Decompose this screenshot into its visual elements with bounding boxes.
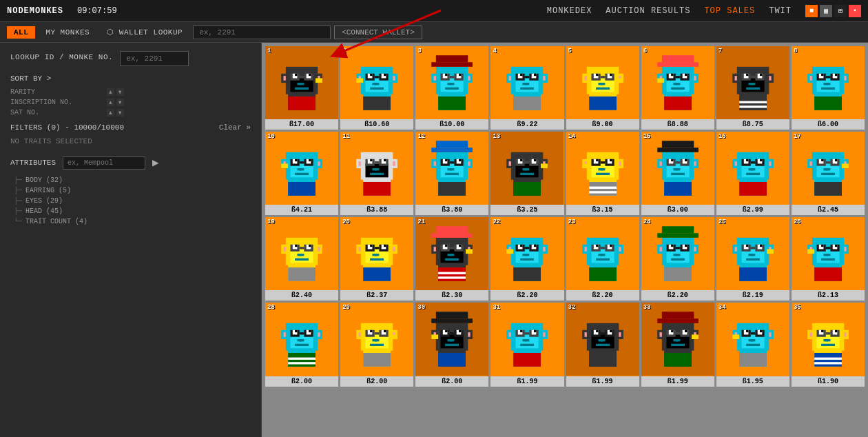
svg-rect-460 [750,247,755,249]
grid-item[interactable]: 8 ß6.00 [792,46,865,130]
attr-eyes[interactable]: EYES (29) [14,196,251,206]
sort-sat-label: SAT NO. [10,109,107,116]
svg-rect-94 [600,76,605,78]
svg-rect-199 [370,173,384,175]
nav-monkedex[interactable]: MONKEDEX [547,6,592,16]
grid-item[interactable]: 31 ß1.99 [490,303,564,386]
svg-rect-135 [760,74,762,76]
grid-item[interactable]: 7 [716,46,789,130]
attr-body[interactable]: BODY (32) [14,175,251,185]
attr-trait-count[interactable]: TRAIT COUNT (4) [14,216,251,227]
svg-rect-544 [445,344,459,346]
nav-top-sales[interactable]: TOP SALES [704,6,755,16]
svg-rect-85 [584,76,586,81]
svg-rect-97 [596,88,610,90]
grid-item[interactable]: 10 ß4.21 [265,132,338,215]
grid-item[interactable]: 3 [415,46,488,130]
svg-rect-635 [844,332,846,337]
svg-rect-622 [760,330,762,332]
svg-rect-506 [288,363,316,365]
grid-item[interactable]: 32 ß1.99 [566,303,639,386]
view-icon-grid-large[interactable]: ⊞ [834,5,847,17]
tab-my-monkes[interactable]: MY MONKES [39,26,96,39]
sort-rarity-desc[interactable]: ▼ [116,88,124,96]
svg-rect-431 [694,247,696,252]
grid-item[interactable]: 6 [641,46,714,130]
grid-item[interactable]: 1 ß17.00 [265,46,338,130]
grid-item[interactable]: 5 ß9.00 [566,46,639,130]
attr-head[interactable]: HEAD (45) [14,206,251,216]
grid-item[interactable]: 11 ß3.88 [340,132,413,215]
tab-all[interactable]: ALL [7,26,35,39]
wallet-lookup-input[interactable] [193,26,331,39]
grid-item[interactable]: 25 ß2.19 [716,217,789,301]
view-icon-grid-medium[interactable]: ▦ [820,5,832,17]
nav-twitter[interactable]: TWIT [769,6,792,16]
svg-rect-562 [534,330,536,332]
svg-rect-263 [589,191,617,193]
grid-item[interactable]: 23 ß2.20 [566,217,639,301]
lookup-input[interactable] [120,51,189,66]
grid-item[interactable]: 34 ß1.95 [716,303,789,386]
svg-rect-318 [826,161,831,163]
svg-rect-302 [746,173,760,175]
svg-rect-545 [436,312,468,319]
svg-rect-179 [295,173,309,175]
grid-item[interactable]: 30 [415,303,488,386]
grid-item[interactable]: 16 ß2.99 [716,132,789,215]
connect-wallet-button[interactable]: <CONNECT WALLET> [334,26,422,39]
grid-item[interactable]: 12 [415,132,488,215]
grid-item[interactable]: 22 ß2.20 [490,217,564,301]
sort-sat-asc[interactable]: ▲ [107,109,114,116]
svg-rect-444 [657,233,699,238]
svg-rect-276 [671,159,673,161]
svg-rect-218 [445,173,459,175]
svg-rect-207 [468,161,471,166]
sort-sat-desc[interactable]: ▼ [116,109,124,116]
tab-wallet-lookup[interactable]: ⬡ WALLET LOOKUP [100,26,189,39]
svg-rect-482 [826,254,831,256]
svg-rect-57 [445,88,459,90]
svg-rect-120 [657,78,664,83]
sort-by-label[interactable]: SORT BY > [10,74,51,83]
svg-rect-116 [675,83,680,85]
grid-item[interactable]: 14 [566,132,639,215]
attributes-search-input[interactable] [63,156,145,170]
svg-rect-643 [826,332,831,334]
clear-filters-button[interactable]: Clear » [219,123,251,132]
svg-rect-284 [664,182,692,196]
grid-item[interactable]: 15 [641,132,714,215]
svg-rect-278 [675,161,680,163]
grid-item[interactable]: 33 [641,303,714,386]
svg-rect-221 [438,182,466,196]
svg-rect-112 [671,74,673,76]
nav-auction-results[interactable]: AUCTION RESULTS [606,6,690,16]
grid-item[interactable]: 28 [265,303,338,386]
grid-item[interactable]: 13 ß3.25 [490,132,564,215]
grid-item[interactable]: 19 ß2.40 [265,217,338,301]
grid-item[interactable]: 24 [641,217,714,301]
grid-item[interactable]: 29 ß2.00 [340,303,413,386]
grid-item[interactable]: 21 [415,217,488,301]
sort-inscription-asc[interactable]: ▲ [107,99,114,106]
view-icon-list[interactable]: ▪ [849,5,861,17]
svg-rect-206 [434,161,436,166]
svg-rect-381 [431,233,473,238]
grid-item[interactable]: 2 ß10.60 [340,46,413,130]
grid-item[interactable]: 26 ß2.13 [792,217,865,301]
svg-rect-239 [520,173,534,175]
grid-item[interactable]: 20 ß2.37 [340,217,413,301]
grid-item[interactable]: 35 [792,303,865,386]
attr-earring[interactable]: EARRING (5) [14,185,251,196]
grid-item[interactable]: 17 ß2.45 [792,132,865,215]
attributes-expand-icon[interactable]: ▶ [152,156,159,170]
grid-item[interactable]: 4 ß9.22 [490,46,564,130]
sort-inscription-desc[interactable]: ▼ [116,99,124,106]
svg-rect-340 [300,254,304,256]
svg-rect-402 [525,254,530,256]
svg-rect-58 [436,55,468,62]
attributes-header: ATTRIBUTES ▶ [10,156,251,170]
svg-rect-214 [459,159,461,161]
sort-rarity-asc[interactable]: ▲ [107,88,114,96]
view-icon-grid-small[interactable]: ■ [805,5,818,17]
